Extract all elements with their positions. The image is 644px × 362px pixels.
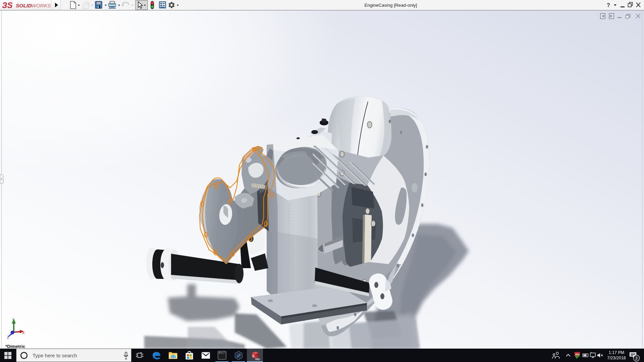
svg-text:WORKS: WORKS [31,3,50,8]
svg-text:?: ? [607,2,610,8]
svg-text:Z: Z [7,335,9,339]
svg-text:X: X [22,331,25,335]
svg-text:Y: Y [12,318,15,322]
svg-text:ЗS: ЗS [2,1,12,10]
svg-text:3: 3 [635,356,638,361]
svg-text:S: S [252,354,255,358]
svg-text:SOLID: SOLID [16,3,32,8]
svg-text:C:\_: C:\_ [219,352,224,354]
svg-text:2017: 2017 [255,358,260,360]
